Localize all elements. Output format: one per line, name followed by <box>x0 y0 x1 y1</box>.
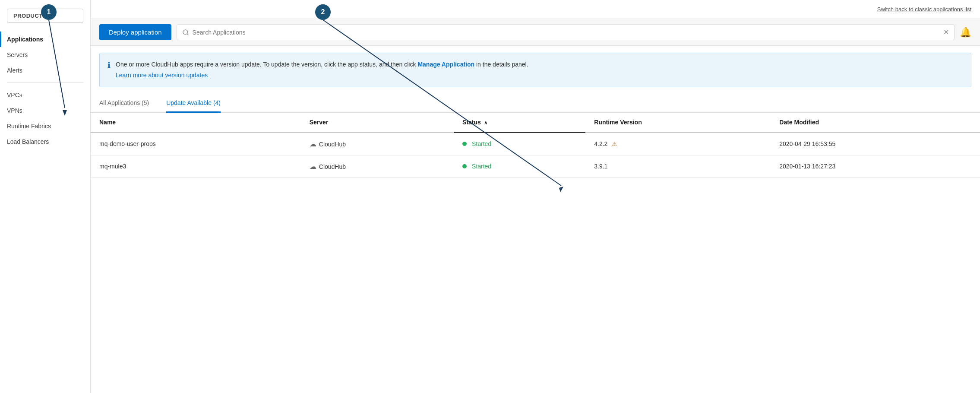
callout-1: 1 <box>41 4 57 20</box>
callout-2: 2 <box>315 4 331 20</box>
sidebar-item-vpcs[interactable]: VPCs <box>0 87 90 103</box>
manage-application-link[interactable]: Manage Application <box>417 61 474 68</box>
col-runtime-version: Runtime Version <box>585 113 771 133</box>
app-runtime-version: 3.9.1 <box>585 155 771 177</box>
status-label: Started <box>472 140 491 147</box>
app-server: ☁CloudHub <box>301 133 454 155</box>
learn-more-link[interactable]: Learn more about version updates <box>116 71 528 80</box>
bell-icon: 🔔 <box>960 27 971 38</box>
sidebar-item-vpns[interactable]: VPNs <box>0 103 90 118</box>
applications-table: Name Server Status ∧ Runtime Version Dat… <box>91 113 980 178</box>
banner-suffix-text: in the details panel. <box>474 61 528 68</box>
cloud-icon: ☁ <box>310 163 316 170</box>
status-label: Started <box>472 163 491 170</box>
version-warning-icon: ⚠ <box>612 140 617 147</box>
col-name: Name <box>91 113 301 133</box>
cloud-icon: ☁ <box>310 140 316 148</box>
col-server: Server <box>301 113 454 133</box>
banner-text: One or more CloudHub apps require a vers… <box>116 60 528 80</box>
tab-update-available[interactable]: Update Available (4) <box>166 94 221 113</box>
info-banner: ℹ One or more CloudHub apps require a ve… <box>99 53 971 87</box>
clear-icon[interactable]: ✕ <box>943 28 949 36</box>
app-name: mq-demo-user-props <box>91 133 301 155</box>
app-date-modified: 2020-04-29 16:53:55 <box>771 133 980 155</box>
sidebar-item-load-balancers[interactable]: Load Balancers <box>0 134 90 149</box>
search-icon <box>182 29 189 36</box>
app-status: Started <box>454 133 585 155</box>
sidebar-nav: Applications Servers Alerts VPCs VPNs Ru… <box>0 32 90 149</box>
col-status[interactable]: Status ∧ <box>454 113 585 133</box>
status-dot <box>462 142 467 146</box>
search-input[interactable] <box>193 29 940 36</box>
app-date-modified: 2020-01-13 16:27:23 <box>771 155 980 177</box>
app-name: mq-mule3 <box>91 155 301 177</box>
info-icon: ℹ <box>107 60 111 70</box>
app-server: ☁CloudHub <box>301 155 454 177</box>
toolbar-row: Deploy application ✕ 🔔 <box>91 19 980 46</box>
table-row[interactable]: mq-demo-user-props ☁CloudHub Started 4.2… <box>91 133 980 155</box>
sidebar-divider <box>7 82 83 83</box>
deploy-button[interactable]: Deploy application <box>99 24 171 40</box>
col-date-modified: Date Modified <box>771 113 980 133</box>
sidebar-item-applications[interactable]: Applications <box>0 32 90 47</box>
top-bar: Switch back to classic applications list <box>91 0 980 19</box>
applications-table-wrapper: Name Server Status ∧ Runtime Version Dat… <box>91 113 980 393</box>
tab-all-applications[interactable]: All Applications (5) <box>99 94 149 113</box>
status-dot <box>462 164 467 168</box>
sidebar-item-alerts[interactable]: Alerts <box>0 63 90 78</box>
bell-icon-wrapper[interactable]: 🔔 <box>960 27 971 38</box>
sidebar-item-runtime-fabrics[interactable]: Runtime Fabrics <box>0 118 90 134</box>
switch-classic-link[interactable]: Switch back to classic applications list <box>877 6 971 13</box>
app-runtime-version: 4.2.2 ⚠ <box>585 133 771 155</box>
search-wrapper: ✕ <box>177 24 955 40</box>
tabs-row: All Applications (5) Update Available (4… <box>91 94 980 113</box>
sidebar: PRODUCTION Applications Servers Alerts V… <box>0 0 91 393</box>
table-row[interactable]: mq-mule3 ☁CloudHub Started 3.9.1 2020-01… <box>91 155 980 177</box>
sidebar-item-servers[interactable]: Servers <box>0 47 90 63</box>
sort-arrow-status: ∧ <box>484 120 487 125</box>
app-status: Started <box>454 155 585 177</box>
svg-line-5 <box>187 34 188 35</box>
banner-main-text: One or more CloudHub apps require a vers… <box>116 61 417 68</box>
main-content: Switch back to classic applications list… <box>91 0 980 393</box>
